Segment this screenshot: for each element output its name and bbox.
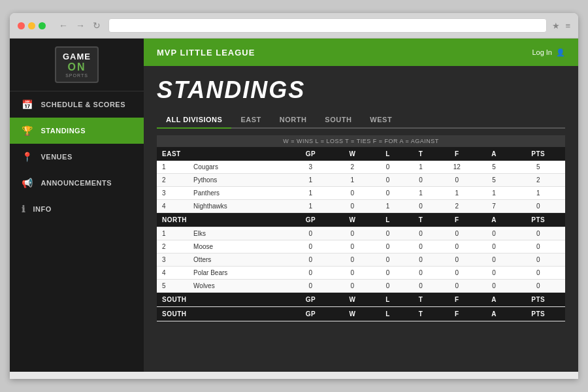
toolbar-icons: ★ ≡: [552, 21, 570, 31]
sidebar-item-info[interactable]: ℹ Info: [10, 196, 144, 222]
top-bar: MVP LITTLE LEAGUE Log In 👤: [144, 39, 578, 66]
table-row: 2 Moose 0 0 0 0 0 0 0: [157, 240, 565, 253]
team-f: 0: [437, 240, 476, 253]
col-w: W: [333, 147, 371, 161]
col-f: F: [437, 147, 476, 161]
table-row: 1 Elks 0 0 0 0 0 0 0: [157, 227, 565, 240]
section-t: T: [404, 293, 437, 307]
team-name: Nighthawks: [188, 200, 287, 213]
page-content: STANDINGS All Divisions East North South…: [144, 66, 578, 372]
tab-south[interactable]: South: [316, 112, 361, 129]
tab-west[interactable]: West: [361, 112, 401, 129]
section-pts: PTS: [512, 293, 565, 307]
section-pts: PTS: [512, 213, 565, 227]
table-header-east: EAST GP W L T F A PTS: [157, 147, 565, 161]
sidebar-item-venues[interactable]: 📍 Venues: [10, 144, 144, 170]
schedule-icon: 📅: [22, 99, 33, 110]
team-gp: 0: [287, 240, 333, 253]
section-t: T: [404, 213, 437, 227]
team-gp: 3: [287, 161, 333, 174]
team-f: 2: [437, 200, 476, 213]
logo-game: GAME: [63, 52, 91, 61]
team-w: 0: [333, 267, 371, 280]
minimize-button[interactable]: [28, 22, 35, 29]
col-t: T: [404, 147, 437, 161]
nav-buttons: ← → ↻: [56, 19, 103, 32]
team-pts: 5: [512, 161, 565, 174]
team-w: 0: [333, 253, 371, 267]
section-name: SOUTH: [157, 307, 287, 321]
menu-icon[interactable]: ≡: [565, 21, 570, 31]
close-button[interactable]: [18, 22, 25, 29]
traffic-lights: [18, 22, 46, 29]
forward-button[interactable]: →: [73, 19, 88, 32]
back-button[interactable]: ←: [56, 19, 71, 32]
team-w: 0: [333, 187, 371, 200]
team-w: 0: [333, 280, 371, 293]
team-t: 0: [404, 267, 437, 280]
team-a: 0: [477, 240, 512, 253]
tab-north[interactable]: North: [270, 112, 316, 129]
section-t: T: [404, 307, 437, 321]
team-gp: 0: [287, 280, 333, 293]
team-name: Panthers: [188, 187, 287, 200]
team-a: 0: [477, 280, 512, 293]
section-header-north: NORTH GP W L T F A PTS: [157, 213, 565, 227]
login-button[interactable]: Log In 👤: [532, 48, 565, 57]
team-gp: 0: [287, 267, 333, 280]
tab-all-divisions[interactable]: All Divisions: [157, 112, 231, 129]
team-w: 0: [333, 240, 371, 253]
team-t: 0: [404, 174, 437, 187]
section-w: W: [333, 213, 371, 227]
maximize-button[interactable]: [39, 22, 46, 29]
team-f: 1: [437, 187, 476, 200]
table-row: 5 Wolves 0 0 0 0 0 0 0: [157, 280, 565, 293]
team-gp: 0: [287, 227, 333, 240]
team-rank: 2: [157, 240, 188, 253]
legend: W = WINS L = LOSS T = TIES F = FOR A = A…: [157, 135, 565, 147]
tab-east[interactable]: East: [231, 112, 270, 129]
team-f: 0: [437, 253, 476, 267]
team-t: 0: [404, 253, 437, 267]
team-gp: 1: [287, 187, 333, 200]
section-w: W: [333, 293, 371, 307]
sidebar-label-announcements: Announcements: [41, 179, 112, 187]
address-bar[interactable]: [108, 18, 547, 33]
team-a: 1: [477, 187, 512, 200]
app-layout: GAME ON SPORTS 📅 Schedule & Scores 🏆 Sta…: [10, 39, 578, 372]
team-pts: 0: [512, 240, 565, 253]
section-name: SOUTH: [157, 293, 287, 307]
sidebar-item-standings[interactable]: 🏆 Standings: [10, 118, 144, 144]
team-t: 1: [404, 161, 437, 174]
team-a: 7: [477, 200, 512, 213]
sidebar-item-schedule[interactable]: 📅 Schedule & Scores: [10, 91, 144, 118]
logo-on: ON: [63, 61, 91, 73]
section-l: L: [371, 293, 404, 307]
sidebar-nav: 📅 Schedule & Scores 🏆 Standings 📍 Venues…: [10, 91, 144, 372]
team-rank: 2: [157, 174, 188, 187]
table-row: 4 Polar Bears 0 0 0 0 0 0 0: [157, 267, 565, 280]
team-l: 0: [371, 227, 404, 240]
section-pts: PTS: [512, 307, 565, 321]
sidebar-item-announcements[interactable]: 📢 Announcements: [10, 170, 144, 196]
bookmark-icon[interactable]: ★: [552, 21, 560, 31]
team-pts: 0: [512, 280, 565, 293]
section-a: A: [477, 293, 512, 307]
sidebar-label-standings: Standings: [41, 127, 86, 135]
user-icon: 👤: [556, 48, 565, 57]
table-row: 4 Nighthawks 1 0 1 0 2 7 0: [157, 200, 565, 213]
col-gp: GP: [287, 147, 333, 161]
team-f: 0: [437, 267, 476, 280]
team-name: Wolves: [188, 280, 287, 293]
browser-titlebar: ← → ↻ ★ ≡: [10, 13, 578, 39]
standings-table: EAST GP W L T F A PTS 1 Cougars 3: [157, 147, 565, 321]
team-rank: 4: [157, 267, 188, 280]
refresh-button[interactable]: ↻: [90, 19, 103, 32]
section-l: L: [371, 307, 404, 321]
section-w: W: [333, 307, 371, 321]
team-a: 5: [477, 174, 512, 187]
team-rank: 1: [157, 227, 188, 240]
section-gp: GP: [287, 307, 333, 321]
team-f: 0: [437, 227, 476, 240]
team-gp: 1: [287, 200, 333, 213]
